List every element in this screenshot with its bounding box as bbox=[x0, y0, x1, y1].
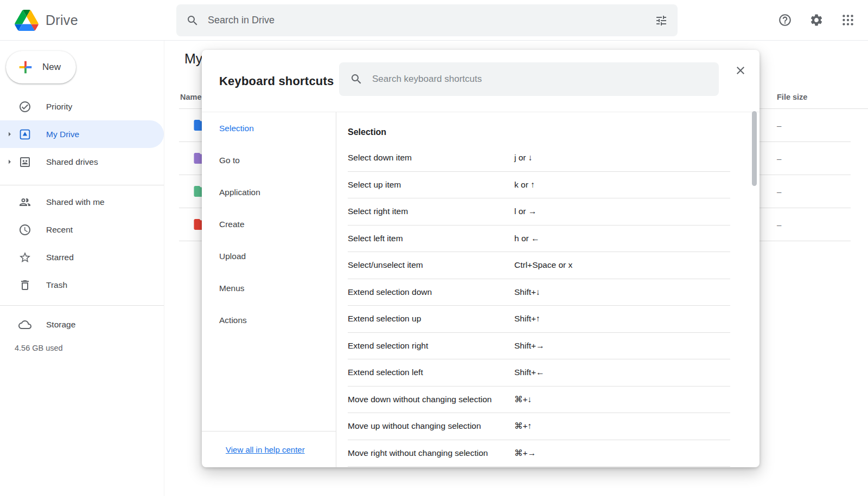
shortcut-keys: ⌘+→ bbox=[514, 448, 536, 458]
sidebar: New Priority My Drive bbox=[0, 41, 164, 496]
shortcut-row: Move down without changing selection ⌘+↓ bbox=[348, 387, 730, 414]
shortcuts-category-nav: Selection Go to Application Create bbox=[202, 112, 336, 467]
app-title: Drive bbox=[46, 12, 78, 28]
shortcut-action: Extend selection right bbox=[348, 341, 514, 351]
apps-grid-icon bbox=[841, 13, 855, 27]
cloud-icon bbox=[18, 318, 31, 331]
shortcuts-nav-item[interactable]: Go to bbox=[202, 144, 336, 176]
shortcuts-nav-label: Application bbox=[219, 188, 260, 197]
shortcuts-nav-label: Menus bbox=[219, 284, 245, 293]
top-bar-actions bbox=[778, 0, 855, 40]
shortcut-row: Extend selection up Shift+↑ bbox=[348, 306, 730, 333]
shared-with-me-icon bbox=[18, 196, 31, 209]
shortcuts-nav-item[interactable]: Menus bbox=[202, 272, 336, 304]
shortcut-row: Extend selection down Shift+↓ bbox=[348, 279, 730, 306]
drive-search-bar[interactable] bbox=[176, 4, 678, 36]
column-header-file-size[interactable]: File size bbox=[777, 93, 807, 101]
shortcuts-nav-item[interactable]: Upload bbox=[202, 240, 336, 272]
shortcut-action: Move right without changing selection bbox=[348, 448, 514, 458]
dialog-header: Keyboard shortcuts bbox=[202, 50, 760, 112]
shortcut-row: Extend selection right Shift+→ bbox=[348, 333, 730, 360]
shortcut-keys: Shift+↑ bbox=[514, 314, 540, 324]
file-size-value: – bbox=[777, 121, 781, 130]
sidebar-item-shared-drives[interactable]: Shared drives bbox=[0, 148, 164, 176]
dialog-nav-footer: View all in help center bbox=[202, 431, 336, 467]
star-icon bbox=[18, 251, 31, 264]
drive-home-link[interactable]: Drive bbox=[15, 0, 78, 40]
plus-icon bbox=[16, 58, 35, 76]
sidebar-divider bbox=[0, 305, 164, 306]
shortcuts-search-bar[interactable] bbox=[339, 62, 719, 96]
keyboard-shortcuts-dialog: Keyboard shortcuts Selection bbox=[202, 50, 760, 467]
help-icon bbox=[778, 13, 792, 27]
new-button-label: New bbox=[42, 62, 61, 73]
shortcut-action: Select left item bbox=[348, 234, 514, 243]
shortcut-row: Extend selection left Shift+← bbox=[348, 359, 730, 387]
clock-icon bbox=[18, 223, 31, 236]
shortcut-keys: ⌘+↓ bbox=[514, 395, 532, 404]
shortcut-keys: Shift+↓ bbox=[514, 287, 540, 297]
column-header-name[interactable]: Name bbox=[180, 93, 202, 101]
sidebar-item-starred[interactable]: Starred bbox=[0, 243, 164, 271]
shortcut-row: Select right item l or → bbox=[348, 198, 730, 226]
shortcuts-list-panel: Selection Select down item j or ↓ Select… bbox=[336, 112, 760, 467]
shortcut-keys: j or ↓ bbox=[514, 153, 533, 163]
dialog-scrollbar-thumb[interactable] bbox=[752, 111, 757, 186]
expand-arrow-icon[interactable] bbox=[0, 129, 18, 139]
shortcut-action: Extend selection up bbox=[348, 314, 514, 324]
shortcuts-nav-label: Go to bbox=[219, 156, 240, 165]
shortcut-keys: Shift+→ bbox=[514, 341, 545, 351]
sidebar-item-priority[interactable]: Priority bbox=[0, 93, 164, 120]
sidebar-item-storage[interactable]: Storage bbox=[0, 311, 164, 338]
close-button[interactable] bbox=[733, 63, 748, 78]
search-icon[interactable] bbox=[186, 14, 199, 27]
shortcut-keys: k or ↑ bbox=[514, 180, 535, 190]
shortcut-row: Move up without changing selection ⌘+↑ bbox=[348, 413, 730, 440]
shortcut-action: Select right item bbox=[348, 207, 514, 216]
search-options-icon[interactable] bbox=[655, 14, 668, 27]
sidebar-nav: Priority My Drive Shared drives bbox=[0, 93, 164, 352]
settings-button[interactable] bbox=[809, 13, 824, 27]
expand-arrow-icon[interactable] bbox=[0, 157, 18, 167]
sidebar-item-shared-with-me[interactable]: Shared with me bbox=[0, 188, 164, 216]
shortcut-action: Extend selection left bbox=[348, 368, 514, 377]
shortcuts-search-input[interactable] bbox=[372, 74, 708, 85]
gear-icon bbox=[809, 13, 824, 27]
sidebar-item-trash[interactable]: Trash bbox=[0, 271, 164, 299]
shortcut-row: Select/unselect item Ctrl+Space or x bbox=[348, 252, 730, 279]
close-icon bbox=[734, 64, 747, 77]
shortcut-action: Extend selection down bbox=[348, 287, 514, 297]
shortcut-keys: Shift+← bbox=[514, 368, 545, 377]
trash-icon bbox=[18, 279, 31, 292]
sidebar-divider bbox=[0, 185, 164, 185]
search-icon bbox=[350, 73, 363, 86]
new-button[interactable]: New bbox=[6, 51, 76, 83]
shortcuts-nav-item[interactable]: Application bbox=[202, 176, 336, 208]
view-all-help-link[interactable]: View all in help center bbox=[226, 445, 305, 454]
shortcut-action: Select up item bbox=[348, 180, 514, 190]
shortcut-row: Move right without changing selection ⌘+… bbox=[348, 440, 730, 467]
shortcut-action: Select/unselect item bbox=[348, 260, 514, 270]
google-apps-button[interactable] bbox=[841, 13, 855, 27]
file-size-value: – bbox=[777, 187, 781, 196]
page-title: My bbox=[184, 51, 202, 67]
drive-search-input[interactable] bbox=[208, 15, 646, 26]
shortcuts-nav-label: Selection bbox=[219, 124, 254, 133]
my-drive-icon bbox=[18, 128, 31, 141]
storage-used-text: 4.56 GB used bbox=[15, 344, 164, 352]
top-bar: Drive bbox=[0, 0, 868, 41]
shortcuts-nav-item[interactable]: Create bbox=[202, 208, 336, 240]
shortcut-row: Select down item j or ↓ bbox=[348, 145, 730, 172]
shortcuts-nav-item[interactable]: Actions bbox=[202, 304, 336, 336]
shortcuts-nav-label: Actions bbox=[219, 315, 247, 325]
help-button[interactable] bbox=[778, 13, 792, 27]
shortcut-keys: h or ← bbox=[514, 234, 540, 243]
shortcuts-nav-item[interactable]: Selection bbox=[202, 112, 336, 144]
shortcuts-nav-label: Create bbox=[219, 220, 245, 229]
shortcuts-section-title: Selection bbox=[348, 124, 760, 140]
sidebar-item-my-drive[interactable]: My Drive bbox=[0, 120, 164, 148]
shortcut-action: Move down without changing selection bbox=[348, 395, 514, 404]
file-size-value: – bbox=[777, 154, 781, 163]
dialog-title: Keyboard shortcuts bbox=[219, 50, 334, 112]
sidebar-item-recent[interactable]: Recent bbox=[0, 216, 164, 243]
